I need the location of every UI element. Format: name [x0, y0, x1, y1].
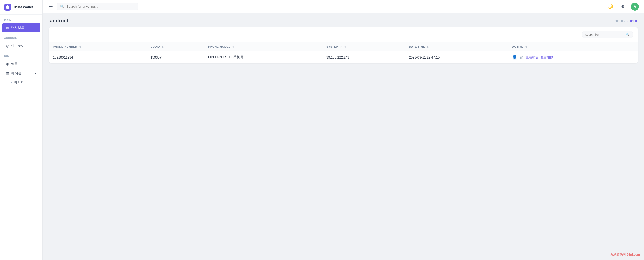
delete-icon-button[interactable]: 🗑	[520, 55, 523, 60]
col-active[interactable]: ACTIVE ⇅	[508, 42, 638, 51]
view-detail-link[interactable]: 查看相你	[541, 55, 553, 60]
sidebar-item-android[interactable]: ◎ 안드로이드	[2, 41, 40, 50]
sidebar-item-label: 앱들	[11, 62, 18, 66]
data-table: PHONE NUMBER ⇅ UUDID ⇅ PHONE MODEL ⇅ S	[49, 42, 638, 63]
ios-section-label: IOS	[0, 51, 42, 59]
global-search[interactable]: 🔍	[57, 3, 138, 10]
search-input[interactable]	[66, 5, 135, 8]
sort-icon-model: ⇅	[232, 46, 235, 48]
table-search-icon: 🔍	[625, 33, 630, 36]
sidebar-sub-item-label: 메시지	[14, 80, 24, 85]
dark-mode-button[interactable]: 🌙	[606, 3, 615, 11]
dashboard-icon: ⊞	[6, 26, 9, 30]
sort-icon-ip: ⇅	[344, 46, 347, 48]
cell-phone-model: OPPO-PCRT00--手机号:	[204, 51, 322, 63]
apps-icon: ◉	[6, 62, 9, 66]
sidebar-sub-item-message[interactable]: 메시지	[2, 79, 40, 86]
sidebar-item-apps[interactable]: ◉ 앱들	[2, 59, 40, 68]
user-icon-button[interactable]: 👤	[512, 55, 517, 60]
logo-icon	[4, 4, 11, 11]
view-info-link[interactable]: 查看绑信	[526, 55, 538, 60]
search-icon: 🔍	[60, 5, 64, 8]
col-uudid[interactable]: UUDID ⇅	[147, 42, 204, 51]
sidebar-item-dashboard[interactable]: ⊞ 대시보드	[2, 23, 40, 32]
topbar-actions: 🌙 ⚙ A	[606, 3, 639, 11]
cell-system-ip: 39.155.122.243	[322, 51, 405, 63]
logo: Trust Wallet	[0, 0, 42, 15]
sidebar-item-label: 테이블	[11, 71, 21, 76]
table-body: 18910011234 159357 OPPO-PCRT00--手机号: 39.…	[49, 51, 638, 63]
sort-icon-active: ⇅	[525, 46, 527, 48]
page-header: android android / android	[43, 13, 644, 27]
topbar: ☰ 🔍 🌙 ⚙ A	[43, 0, 644, 13]
cell-phone-number: 18910011234	[49, 51, 147, 63]
breadcrumb-current: android	[627, 19, 637, 23]
chevron-down-icon: ▾	[35, 72, 36, 75]
col-system-ip[interactable]: SYSTEM IP ⇅	[322, 42, 405, 51]
breadcrumb-link-android[interactable]: android	[613, 19, 623, 23]
android-section-label: ANDROID	[0, 33, 42, 41]
settings-icon-button[interactable]: ⚙	[619, 3, 627, 11]
table-card: 🔍 PHONE NUMBER ⇅ UUDID ⇅	[49, 27, 638, 63]
sidebar-item-table[interactable]: ☰ 테이블 ▾	[2, 69, 40, 78]
cell-date-time: 2023-09-11 22:47:15	[405, 51, 508, 63]
watermark: 九八首码网:98ni.com	[610, 253, 640, 257]
sort-icon-uudid: ⇅	[162, 46, 164, 48]
table-search-input[interactable]	[585, 33, 623, 36]
page-title: android	[50, 18, 68, 24]
main-content: ☰ 🔍 🌙 ⚙ A android android / android	[43, 0, 644, 260]
col-phone-model[interactable]: PHONE MODEL ⇅	[204, 42, 322, 51]
cell-active: 👤 🗑 查看绑信 查看相你	[508, 51, 638, 63]
cell-uudid: 159357	[147, 51, 204, 63]
sort-icon-datetime: ⇅	[427, 46, 429, 48]
breadcrumb: android / android	[613, 19, 637, 23]
page-content: android android / android 🔍 PHONE NUM	[43, 13, 644, 260]
sidebar-item-label: 안드로이드	[11, 44, 28, 48]
col-date-time[interactable]: DATE TIME ⇅	[405, 42, 508, 51]
android-icon: ◎	[6, 44, 9, 48]
sidebar-item-label: 대시보드	[11, 25, 24, 30]
app-name: Trust Wallet	[13, 5, 33, 9]
sort-icon-phone: ⇅	[79, 46, 82, 48]
sub-dot-icon	[11, 82, 12, 83]
table-search[interactable]: 🔍	[582, 31, 633, 38]
breadcrumb-separator: /	[624, 19, 625, 23]
main-section-label: MAIN	[0, 15, 42, 23]
avatar[interactable]: A	[631, 3, 639, 11]
table-icon: ☰	[6, 71, 9, 76]
menu-button[interactable]: ☰	[48, 3, 54, 10]
table-toolbar: 🔍	[49, 27, 638, 42]
table-row: 18910011234 159357 OPPO-PCRT00--手机号: 39.…	[49, 51, 638, 63]
table-header: PHONE NUMBER ⇅ UUDID ⇅ PHONE MODEL ⇅ S	[49, 42, 638, 51]
sidebar: Trust Wallet MAIN ⊞ 대시보드 ANDROID ◎ 안드로이드…	[0, 0, 43, 260]
action-buttons: 👤 🗑 查看绑信 查看相你	[512, 55, 634, 60]
col-phone-number[interactable]: PHONE NUMBER ⇅	[49, 42, 147, 51]
